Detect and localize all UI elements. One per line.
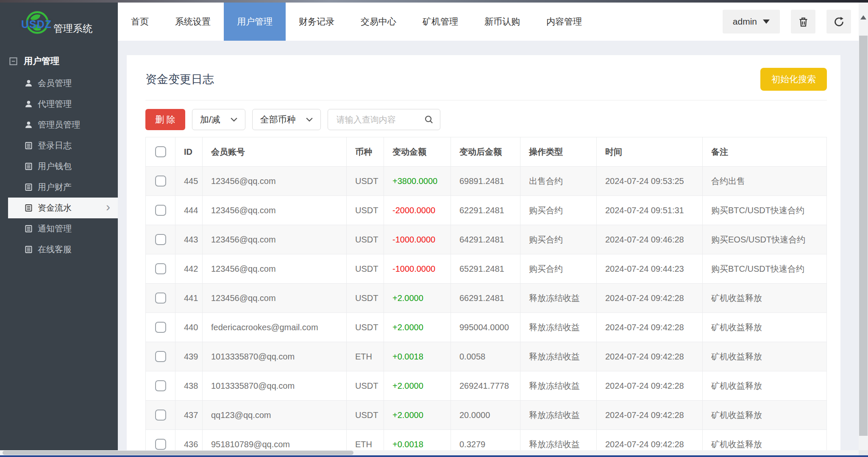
table-cell: 购买合约 [520,196,597,225]
table-cell: qq123@qq.com [203,401,347,430]
logout-button[interactable] [826,10,851,33]
table-row: 440federicacrookes@gmail.comUSDT+2.00009… [146,313,827,342]
nav-tab[interactable]: 首页 [118,3,162,41]
row-checkbox[interactable] [155,410,166,421]
horizontal-scrollbar-thumb[interactable] [3,451,353,455]
row-checkbox[interactable] [155,263,166,274]
caret-down-icon [763,20,770,24]
trash-button[interactable] [791,10,815,33]
table-cell: +3800.0000 [384,167,451,196]
user-icon [24,120,33,129]
row-checkbox[interactable] [155,439,166,450]
table-cell: USDT [347,196,384,225]
funds-log-table: ID会员账号币种变动金额变动后金额操作类型时间备注 445123456@qq.c… [145,137,827,450]
table-cell: +0.0018 [384,342,451,371]
table-cell: 购买EOS/USDT快速合约 [703,225,827,254]
table-cell: 出售合约 [520,167,597,196]
sidebar-item[interactable]: 用户财产 [0,177,118,198]
table-row: 4391013335870@qq.comETH+0.00180.0058释放冻结… [146,342,827,371]
table-cell: 269241.7778 [451,371,520,401]
table-cell: 2024-07-24 09:42:28 [597,284,703,313]
admin-menu[interactable]: admin [723,10,780,33]
currency-select[interactable]: 全部币种 [252,109,321,130]
table-cell: 123456@qq.com [203,284,347,313]
row-checkbox[interactable] [155,351,166,362]
row-checkbox[interactable] [155,176,166,187]
sidebar-item[interactable]: 代理管理 [0,94,118,114]
sidebar-item[interactable]: 资金流水› [8,198,118,218]
table-row: 444123456@qq.comUSDT-2000.000062291.2481… [146,196,827,225]
nav-tab[interactable]: 内容管理 [533,3,595,41]
nav-tab[interactable]: 矿机管理 [409,3,471,41]
table-cell: 123456@qq.com [203,225,347,254]
table-row: 445123456@qq.comUSDT+3800.000069891.2481… [146,167,827,196]
row-checkbox[interactable] [155,205,166,216]
log-icon [24,183,33,192]
log-icon [24,203,33,212]
nav-tab[interactable]: 财务记录 [286,3,348,41]
table-cell: 矿机收益释放 [703,371,827,401]
table-row: 436951810789@qq.comETH+0.00180.3279释放冻结收… [146,430,827,451]
row-checkbox[interactable] [155,322,166,333]
sidebar-item[interactable]: 管理员管理 [0,114,118,135]
vertical-scrollbar[interactable] [859,3,868,450]
scroll-up-icon[interactable] [860,15,866,20]
init-search-button[interactable]: 初始化搜索 [760,68,827,91]
table-cell: 20.0000 [451,401,520,430]
table-cell: +2.0000 [384,313,451,342]
table-cell: 66291.2481 [451,284,520,313]
vertical-scrollbar-thumb[interactable] [859,36,868,436]
brand-name: USDZ [21,18,52,31]
page-title: 资金变更日志 [145,72,214,87]
nav-tab[interactable]: 交易中心 [348,3,409,41]
type-select[interactable]: 加/减 [192,109,245,130]
sidebar-item[interactable]: 用户钱包 [0,156,118,177]
table-cell: 123456@qq.com [203,254,347,284]
table-cell: 439 [175,342,203,371]
sidebar-item[interactable]: 在线客服 [0,239,118,260]
top-navbar: 首页系统设置用户管理财务记录交易中心矿机管理新币认购内容管理 admin [118,3,859,41]
nav-tab[interactable]: 新币认购 [471,3,533,41]
table-cell: -2000.0000 [384,196,451,225]
table-cell: -1000.0000 [384,225,451,254]
sidebar-item-label: 通知管理 [38,223,72,234]
select-all-checkbox[interactable] [155,146,166,157]
table-cell: 释放冻结收益 [520,313,597,342]
table-cell: USDT [347,313,384,342]
table-cell: 2024-07-24 09:53:25 [597,167,703,196]
table-cell: USDT [347,254,384,284]
table-cell: 64291.2481 [451,225,520,254]
table-cell: 矿机收益释放 [703,430,827,451]
table-cell: USDT [347,371,384,401]
sidebar-section-users[interactable]: 用户管理 [0,43,118,73]
column-header: 备注 [703,137,827,167]
table-cell: 2024-07-24 09:51:31 [597,196,703,225]
row-checkbox[interactable] [155,293,166,304]
table-cell: 441 [175,284,203,313]
table-cell: 440 [175,313,203,342]
search-icon[interactable] [424,114,434,125]
panel-card: 资金变更日志 初始化搜索 删 除 加/减 全部币种 [127,55,840,450]
table-cell: +2.0000 [384,371,451,401]
system-title: 管理系统 [53,22,92,35]
sidebar-section-label: 用户管理 [24,55,59,67]
row-checkbox[interactable] [155,234,166,245]
logout-icon [833,16,845,28]
row-checkbox[interactable] [155,380,166,391]
sidebar-item[interactable]: 通知管理 [0,218,118,239]
sidebar-item[interactable]: 登录日志 [0,135,118,156]
nav-tab[interactable]: 系统设置 [162,3,224,41]
search-input[interactable] [336,114,424,125]
delete-button[interactable]: 删 除 [145,109,185,130]
table-cell: 438 [175,371,203,401]
log-icon [24,224,33,233]
collapse-icon [9,57,17,65]
table-cell: 矿机收益释放 [703,284,827,313]
table-cell: 437 [175,401,203,430]
horizontal-scrollbar[interactable] [0,450,859,455]
sidebar-menu: 会员管理代理管理管理员管理登录日志用户钱包用户财产资金流水›通知管理在线客服 [0,73,118,260]
nav-tab[interactable]: 用户管理 [224,3,286,41]
table-cell: ETH [347,430,384,451]
sidebar-item[interactable]: 会员管理 [0,73,118,94]
window-bottom-edge [0,455,868,457]
